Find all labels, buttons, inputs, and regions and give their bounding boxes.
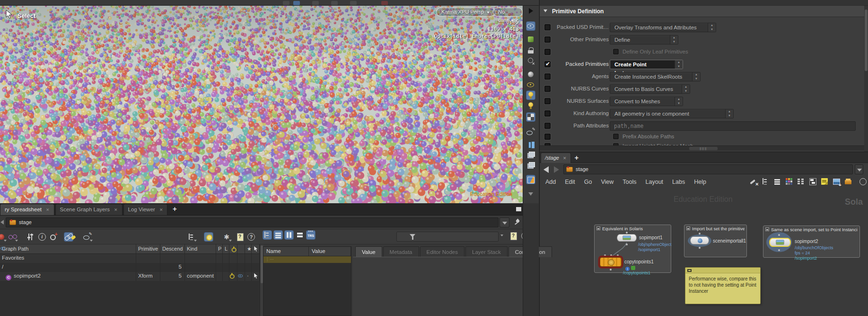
collapse-minus-icon[interactable] xyxy=(596,226,600,230)
collapse-left-icon[interactable] xyxy=(0,220,4,225)
param-select[interactable]: Convert to Basis Curves▲▼ xyxy=(610,84,690,94)
path-dropdown-button[interactable] xyxy=(500,217,509,227)
scene-viewport[interactable]: Select Karma XPU Persp▼ No cam▼ 0:05 110… xyxy=(0,6,523,203)
param-select[interactable]: Convert to Meshes▲▼ xyxy=(610,97,683,106)
tab-scene-graph-layers[interactable]: Scene Graph Layers✕ xyxy=(55,204,123,215)
tab-metadata[interactable]: Metadata xyxy=(383,246,419,257)
col-l[interactable]: L xyxy=(223,244,229,253)
checkbox[interactable] xyxy=(544,36,551,43)
filter-field[interactable] xyxy=(396,232,499,242)
menu-view[interactable]: View xyxy=(601,179,614,185)
node-sceneimportall1[interactable] xyxy=(690,236,709,244)
network-path-field[interactable]: stage xyxy=(563,164,853,174)
table-row[interactable]: Csopimport2Xform5component· xyxy=(0,272,263,281)
param-select[interactable]: All geometry is one component▲▼ xyxy=(610,109,734,118)
menu-labs[interactable]: Labs xyxy=(672,179,685,185)
col-graph-path[interactable]: Graph Path xyxy=(0,244,136,253)
spinner-icon[interactable]: ▲▼ xyxy=(670,36,678,44)
background-checker-icon[interactable] xyxy=(526,113,535,121)
close-icon[interactable]: ✕ xyxy=(563,156,567,161)
render-engine-icon[interactable] xyxy=(526,35,535,44)
sticky-note[interactable]: Performance wise, compare this to not ha… xyxy=(685,267,761,304)
parameter-scrollbar[interactable] xyxy=(864,6,868,152)
tab-ry-spreadsheet[interactable]: ry Spreadsheet✕ xyxy=(0,204,54,215)
checkbox[interactable]: ✔ xyxy=(544,61,551,67)
col-favorite[interactable]: ★ xyxy=(245,244,252,253)
tab-editor-nodes[interactable]: Editor Nodes xyxy=(420,246,465,257)
clipboard-help-icon[interactable] xyxy=(509,232,517,240)
tab-value[interactable]: Value xyxy=(355,246,382,257)
checkbox[interactable] xyxy=(544,86,551,92)
node-sopimport1[interactable] xyxy=(617,234,637,242)
tab-stage[interactable]: /stage✕ xyxy=(541,153,571,163)
checkbox[interactable] xyxy=(544,73,551,80)
col-activation[interactable] xyxy=(229,244,237,253)
forward-arrow-icon[interactable] xyxy=(554,166,559,173)
search-add-icon[interactable] xyxy=(49,233,58,241)
detail-grid-icon[interactable] xyxy=(797,177,805,186)
spinner-icon[interactable]: ▲▼ xyxy=(725,109,733,118)
node-shape-icon[interactable] xyxy=(808,177,817,186)
menu-layout[interactable]: Layout xyxy=(646,179,664,185)
clipboard-help-icon[interactable] xyxy=(236,233,244,241)
lock-camera-icon[interactable] xyxy=(526,46,535,55)
col-primitive[interactable]: Primitive xyxy=(136,244,160,253)
panel-maximize-icon[interactable] xyxy=(515,205,523,214)
camera-selector[interactable]: No cam▼ xyxy=(493,8,523,17)
close-icon[interactable]: ✕ xyxy=(114,208,118,212)
col-kind[interactable]: Kind xyxy=(185,244,216,253)
sliders-icon[interactable] xyxy=(26,233,35,241)
spinner-icon[interactable]: ▲▼ xyxy=(675,97,683,106)
menu-help[interactable]: Help xyxy=(694,179,706,185)
name-value-header[interactable]: Name Value xyxy=(263,247,351,256)
checkbox[interactable] xyxy=(544,123,551,129)
checkbox[interactable] xyxy=(613,49,619,54)
eye-icon[interactable] xyxy=(237,273,243,279)
menu-add[interactable]: Add xyxy=(545,179,556,185)
network-canvas[interactable]: Education Edition Sola Equivalent in Sol… xyxy=(540,188,868,316)
collapse-minus-icon[interactable] xyxy=(765,227,769,231)
headlight-icon[interactable] xyxy=(526,91,535,99)
lights-off-icon[interactable] xyxy=(526,57,535,65)
renderer-selector[interactable]: Karma XPU Persp▼ xyxy=(436,8,495,17)
filter-caret-icon[interactable] xyxy=(500,235,503,236)
param-select[interactable]: Create Instanced SkelRoots▲▼ xyxy=(610,72,701,81)
image-add-icon[interactable] xyxy=(832,177,841,186)
scroll-down-icon[interactable] xyxy=(526,190,535,198)
tree-list-icon[interactable] xyxy=(761,177,770,186)
col-visibility[interactable] xyxy=(237,244,245,253)
col-p[interactable]: P xyxy=(216,244,223,253)
col-select[interactable] xyxy=(252,244,260,253)
spinner-icon[interactable]: ▲▼ xyxy=(692,72,700,81)
checkbox[interactable] xyxy=(613,134,619,139)
menu-go[interactable]: Go xyxy=(584,179,592,185)
viewport-layout-icon[interactable] xyxy=(526,175,535,184)
scene-graph-path-field[interactable]: stage xyxy=(6,217,499,227)
back-arrow-icon[interactable] xyxy=(544,166,549,173)
new-tab-button[interactable]: + xyxy=(572,153,581,162)
spinner-icon[interactable]: ▲▼ xyxy=(675,60,683,69)
clock-icon[interactable] xyxy=(856,177,864,186)
columns-view-icon[interactable] xyxy=(285,231,293,239)
checkbox[interactable] xyxy=(544,134,551,140)
list-view-icon[interactable] xyxy=(274,231,282,239)
checkbox[interactable] xyxy=(544,110,551,117)
col-value[interactable]: Value xyxy=(309,247,351,256)
pane-play-icon[interactable] xyxy=(526,7,535,15)
col-name[interactable]: Name xyxy=(263,247,309,256)
param-select[interactable]: Overlay Transforms and Attributes▲▼ xyxy=(610,23,716,32)
collapse-minus-icon[interactable] xyxy=(687,269,692,272)
checkbox[interactable] xyxy=(544,98,551,104)
highlight-eye-icon[interactable] xyxy=(526,81,535,89)
light-rig-icon[interactable] xyxy=(526,101,535,110)
col-descend[interactable]: Descend xyxy=(160,244,185,253)
new-tab-button[interactable]: + xyxy=(168,204,181,215)
tab-layer-stack[interactable]: Layer Stack xyxy=(465,246,508,257)
panel-divider[interactable] xyxy=(523,203,539,316)
close-icon[interactable]: ✕ xyxy=(46,208,50,212)
trs-icon[interactable] xyxy=(307,231,315,239)
help-icon[interactable] xyxy=(247,233,255,241)
spinner-icon[interactable]: ▲▼ xyxy=(708,23,716,32)
node-copytopoints1[interactable] xyxy=(600,257,622,267)
close-icon[interactable]: ✕ xyxy=(159,208,163,212)
